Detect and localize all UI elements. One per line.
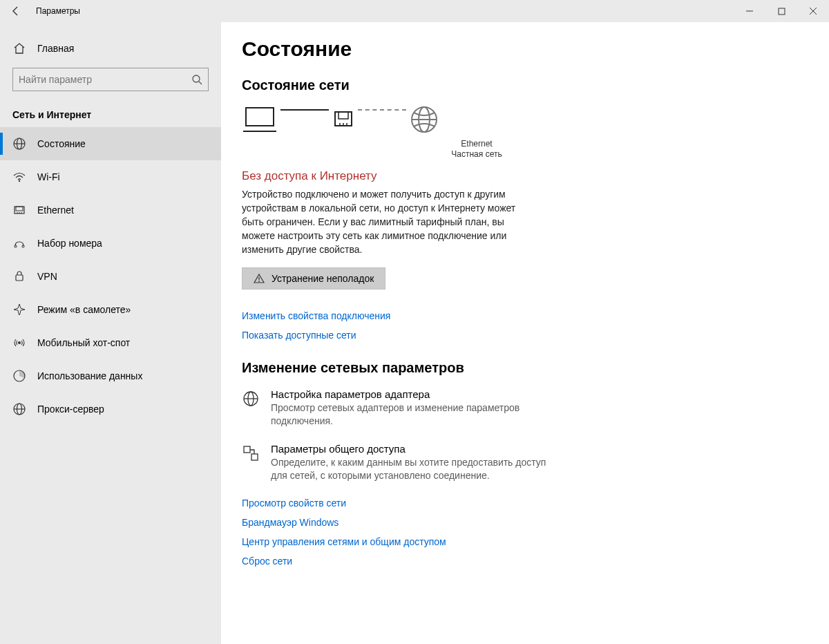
diagram-connection-dashed	[358, 109, 406, 111]
proxy-icon	[12, 402, 26, 416]
search-input[interactable]	[19, 74, 191, 85]
svg-point-32	[258, 281, 260, 282]
diagram-connection-solid	[280, 109, 329, 111]
svg-rect-15	[16, 275, 23, 281]
diagram-labels: Ethernet Частная сеть	[242, 139, 629, 160]
sidebar-item-datausage[interactable]: Использование данных	[0, 359, 221, 392]
option-title: Настройка параметров адаптера	[271, 388, 560, 400]
link-change-connection-props[interactable]: Изменить свойства подключения	[242, 310, 629, 321]
option-title: Параметры общего доступа	[271, 443, 560, 455]
minimize-icon	[745, 7, 754, 15]
sidebar-nav: Состояние Wi-Fi Ethernet	[0, 127, 221, 426]
sidebar-item-label: Режим «в самолете»	[37, 304, 131, 315]
svg-rect-13	[15, 245, 17, 247]
sidebar-item-proxy[interactable]: Прокси-сервер	[0, 392, 221, 426]
sharing-options-icon	[242, 443, 261, 482]
network-state-heading: Состояние сети	[242, 77, 629, 93]
svg-rect-9	[16, 207, 23, 211]
svg-rect-21	[246, 108, 274, 126]
hotspot-icon	[12, 336, 26, 350]
close-button[interactable]	[797, 0, 829, 22]
svg-point-2	[193, 75, 200, 82]
pc-icon	[242, 105, 278, 134]
sidebar-item-vpn[interactable]: VPN	[0, 260, 221, 293]
data-usage-icon	[12, 369, 26, 383]
page-title: Состояние	[242, 37, 629, 61]
sidebar-item-label: VPN	[37, 271, 57, 282]
link-network-reset[interactable]: Сброс сети	[242, 556, 629, 567]
troubleshoot-label: Устранение неполадок	[271, 273, 374, 284]
search-icon	[191, 74, 202, 85]
arrow-left-icon	[11, 6, 21, 16]
home-label: Главная	[37, 43, 74, 54]
svg-line-3	[199, 82, 202, 84]
sidebar-item-label: Мобильный хот-спот	[37, 337, 130, 348]
vpn-icon	[12, 269, 26, 283]
maximize-icon	[778, 8, 785, 15]
titlebar: Параметры	[0, 0, 829, 22]
svg-rect-14	[22, 245, 24, 247]
search-box[interactable]	[12, 68, 209, 91]
svg-rect-36	[244, 446, 250, 453]
adapter-options-icon	[242, 388, 261, 428]
svg-point-16	[18, 341, 21, 344]
content-area: Состояние Состояние сети Et	[221, 22, 829, 644]
sidebar-item-label: Wi-Fi	[37, 171, 60, 182]
sidebar-item-ethernet[interactable]: Ethernet	[0, 193, 221, 227]
diagram-label-sub: Частная сеть	[325, 149, 629, 160]
svg-rect-24	[339, 112, 348, 119]
option-adapter-settings[interactable]: Настройка параметров адаптера Просмотр с…	[242, 388, 560, 428]
status-icon	[12, 137, 26, 151]
sidebar-item-label: Состояние	[37, 138, 86, 149]
link-view-network-props[interactable]: Просмотр свойств сети	[242, 498, 629, 509]
airplane-icon	[12, 303, 26, 316]
option-sharing-settings[interactable]: Параметры общего доступа Определите, к к…	[242, 443, 560, 482]
sidebar-item-label: Ethernet	[37, 205, 74, 216]
svg-rect-1	[779, 8, 785, 15]
sidebar-item-label: Набор номера	[37, 238, 102, 249]
link-network-sharing-center[interactable]: Центр управления сетями и общим доступом	[242, 536, 629, 547]
minimize-button[interactable]	[734, 0, 765, 22]
dialup-icon	[12, 236, 26, 250]
sidebar-item-airplane[interactable]: Режим «в самолете»	[0, 293, 221, 326]
diagram-label-main: Ethernet	[325, 139, 629, 149]
home-nav[interactable]: Главная	[0, 36, 221, 61]
change-settings-heading: Изменение сетевых параметров	[242, 360, 629, 376]
window-title: Параметры	[36, 6, 80, 16]
wifi-icon	[12, 170, 26, 184]
home-icon	[12, 41, 26, 55]
close-icon	[809, 7, 817, 15]
status-description: Устройство подключено и может получить д…	[242, 187, 518, 256]
troubleshoot-button[interactable]: Устранение неполадок	[242, 267, 385, 290]
back-button[interactable]	[0, 0, 32, 22]
option-desc: Определите, к каким данным вы хотите пре…	[271, 456, 560, 482]
link-show-available-networks[interactable]: Показать доступные сети	[242, 330, 629, 341]
globe-icon	[409, 104, 439, 135]
option-desc: Просмотр сетевых адаптеров и изменение п…	[271, 401, 560, 428]
sidebar-item-status[interactable]: Состояние	[0, 127, 221, 160]
sidebar-item-hotspot[interactable]: Мобильный хот-спот	[0, 326, 221, 359]
sidebar-group-label: Сеть и Интернет	[0, 95, 221, 127]
sidebar-item-label: Использование данных	[37, 370, 142, 381]
svg-rect-37	[251, 454, 258, 460]
status-title: Без доступа к Интернету	[242, 169, 629, 183]
diagram-pc	[242, 105, 278, 134]
diagram-adapter	[332, 108, 355, 131]
network-diagram	[242, 104, 629, 135]
diagram-globe	[409, 104, 439, 135]
warning-icon	[254, 273, 265, 284]
sidebar-item-label: Прокси-сервер	[37, 404, 104, 415]
sidebar: Главная Сеть и Интернет Состояние	[0, 22, 221, 644]
ethernet-icon	[12, 203, 26, 217]
ethernet-adapter-icon	[332, 108, 355, 131]
sidebar-item-dialup[interactable]: Набор номера	[0, 227, 221, 260]
svg-point-7	[19, 180, 20, 182]
sidebar-item-wifi[interactable]: Wi-Fi	[0, 160, 221, 193]
link-windows-firewall[interactable]: Брандмауэр Windows	[242, 517, 629, 528]
maximize-button[interactable]	[765, 0, 797, 22]
